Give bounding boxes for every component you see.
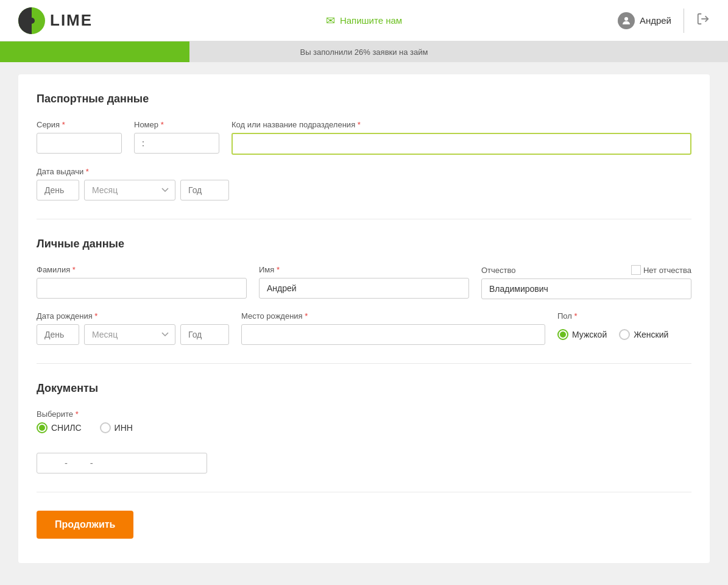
snils-input-group (37, 453, 691, 473)
familiya-label: Фамилия * (37, 265, 247, 274)
seria-input[interactable] (37, 133, 122, 154)
muzhskoy-radio[interactable] (557, 329, 568, 340)
personal-row1: Фамилия * Имя * Отчество (37, 265, 691, 299)
snils-option[interactable]: СНИЛС (37, 422, 82, 433)
date-vydachi-group: Дата выдачи * Месяц ЯнварьФевральМарт Ап… (37, 167, 229, 200)
logo-icon (18, 7, 45, 34)
no-otchestvo-wrap: Нет отчества (631, 265, 691, 275)
contact-label: Напишите нам (340, 15, 402, 26)
passport-date-row: Дата выдачи * Месяц ЯнварьФевральМарт Ап… (37, 167, 691, 200)
snils-input[interactable] (37, 453, 207, 473)
kod-group: Код или название подразделения * (231, 120, 691, 155)
doc-type-group: Выберите * СНИЛС ИНН (37, 410, 691, 443)
seria-group: Серия * (37, 120, 122, 154)
passport-day-input[interactable] (37, 180, 79, 200)
passport-month-select[interactable]: Месяц ЯнварьФевральМарт АпрельМайИюнь Ию… (84, 180, 175, 200)
no-otchestvo-checkbox[interactable] (631, 265, 641, 275)
passport-row1: Серия * Номер * Код или название подразд… (37, 120, 691, 155)
form-card: Паспортные данные Серия * Номер * (18, 74, 710, 563)
contact-link[interactable]: ✉ Напишите нам (326, 14, 402, 27)
nomer-input[interactable] (134, 133, 219, 154)
logo-text: LIME (50, 11, 93, 30)
no-otchestvo-label: Нет отчества (643, 266, 691, 275)
progress-bar-container: Вы заполнили 26% заявки на займ (0, 41, 728, 62)
birth-date-group: Дата рождения * Месяц ЯнварьФевральМарт … (37, 311, 229, 345)
section-divider-3 (37, 492, 691, 492)
doc-radio-row: СНИЛС ИНН (37, 422, 691, 433)
otchestvo-group: Отчество Нет отчества (481, 265, 691, 299)
zhenskiy-radio[interactable] (619, 329, 630, 340)
passport-title: Паспортные данные (37, 93, 691, 105)
passport-section: Паспортные данные Серия * Номер * (37, 93, 691, 200)
birth-label: Дата рождения * (37, 311, 229, 321)
snils-radio[interactable] (37, 422, 48, 433)
documents-section: Документы Выберите * СНИЛС ИНН (37, 382, 691, 473)
birthplace-group: Место рождения * (241, 311, 545, 345)
snils-label: СНИЛС (51, 423, 82, 433)
kod-input[interactable] (231, 133, 691, 155)
imya-input[interactable] (259, 278, 469, 299)
header: LIME ✉ Напишите нам Андрей (0, 0, 728, 41)
logo-area: LIME (18, 7, 93, 34)
header-right: Андрей (618, 9, 710, 33)
birthplace-label: Место рождения * (241, 311, 545, 321)
personal-row2: Дата рождения * Месяц ЯнварьФевральМарт … (37, 311, 691, 345)
muzhskoy-option[interactable]: Мужской (557, 329, 607, 340)
inn-option[interactable]: ИНН (100, 422, 133, 433)
documents-title: Документы (37, 382, 691, 395)
birth-month-select[interactable]: Месяц ЯнварьФевральМарт АпрельМайИюнь Ию… (84, 324, 175, 345)
birth-year-input[interactable] (180, 324, 229, 345)
section-divider-1 (37, 219, 691, 219)
zhenskiy-option[interactable]: Женский (619, 329, 668, 340)
date-vydachi-label: Дата выдачи * (37, 167, 229, 176)
continue-button[interactable]: Продолжить (37, 511, 133, 539)
gender-group: Пол * Мужской Женский (557, 311, 691, 340)
personal-title: Личные данные (37, 238, 691, 250)
inn-radio[interactable] (100, 422, 111, 433)
birth-date-fields: Месяц ЯнварьФевральМарт АпрельМайИюнь Ию… (37, 324, 229, 345)
pol-label: Пол * (557, 311, 691, 321)
progress-text: Вы заполнили 26% заявки на займ (300, 48, 428, 57)
inn-label: ИНН (115, 423, 133, 433)
personal-section: Личные данные Фамилия * Имя * (37, 238, 691, 345)
birth-day-input[interactable] (37, 324, 79, 345)
kod-label: Код или название подразделения * (231, 120, 691, 129)
date-fields: Месяц ЯнварьФевральМарт АпрельМайИюнь Ию… (37, 180, 229, 200)
nomer-label: Номер * (134, 120, 219, 129)
imya-group: Имя * (259, 265, 469, 299)
familiya-input[interactable] (37, 278, 247, 299)
otchestvo-input[interactable] (481, 278, 691, 299)
viberite-label: Выберите * (37, 410, 691, 419)
seria-label: Серия * (37, 120, 122, 129)
username: Андрей (640, 15, 671, 26)
muzhskoy-label: Мужской (572, 330, 607, 339)
envelope-icon: ✉ (326, 14, 335, 27)
logout-icon[interactable] (696, 12, 710, 29)
gender-options: Мужской Женский (557, 329, 691, 340)
section-divider-2 (37, 363, 691, 364)
zhenskiy-label: Женский (634, 330, 668, 339)
user-area: Андрей (618, 12, 671, 29)
header-divider (684, 9, 684, 33)
passport-year-input[interactable] (180, 180, 229, 200)
birthplace-input[interactable] (241, 324, 545, 345)
main-content: Паспортные данные Серия * Номер * (0, 62, 728, 585)
otchestvo-label: Отчество (481, 266, 516, 275)
user-avatar-icon (618, 12, 635, 29)
familiya-group: Фамилия * (37, 265, 247, 299)
nomer-group: Номер * (134, 120, 219, 154)
svg-point-0 (624, 17, 628, 21)
imya-label: Имя * (259, 265, 469, 274)
progress-fill (0, 41, 189, 62)
